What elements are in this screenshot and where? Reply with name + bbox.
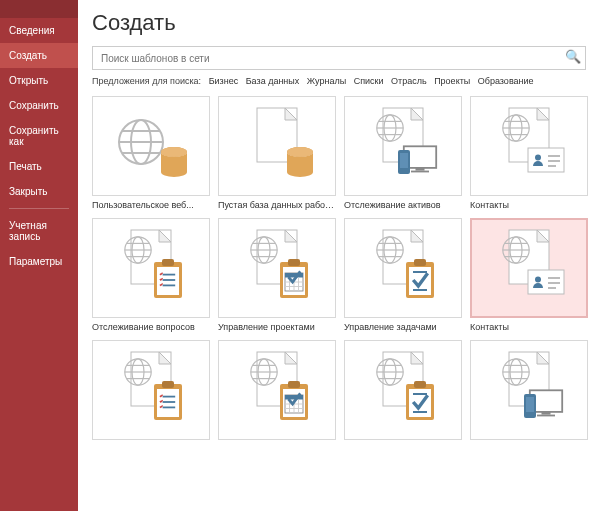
suggestions: Предложения для поиска: Бизнес База данн…	[92, 76, 586, 86]
template-label: Пользовательское веб...	[92, 200, 210, 210]
template-grid: Пользовательское веб...Пустая база данны…	[92, 96, 586, 440]
template-tile[interactable]: Отслеживание вопросов	[92, 218, 210, 332]
main: Создать 🔍 Предложения для поиска: Бизнес…	[78, 0, 600, 511]
suggestion-link[interactable]: Проекты	[434, 76, 470, 86]
template-thumb	[344, 340, 462, 440]
sidebar-item-saveas[interactable]: Сохранить как	[0, 118, 78, 154]
template-thumb	[470, 218, 588, 318]
template-tile[interactable]: Управление проектами	[218, 218, 336, 332]
template-tile[interactable]	[470, 340, 588, 440]
suggestion-link[interactable]: Списки	[354, 76, 384, 86]
suggestions-prefix: Предложения для поиска:	[92, 76, 201, 86]
template-label: Контакты	[470, 200, 588, 210]
suggestion-link[interactable]: Образование	[478, 76, 534, 86]
template-label: Пустая база данных рабочего...	[218, 200, 336, 210]
sidebar-item-print[interactable]: Печать	[0, 154, 78, 179]
template-thumb	[218, 340, 336, 440]
sidebar-item-create[interactable]: Создать	[0, 43, 78, 68]
sidebar-item-account[interactable]: Учетная запись	[0, 213, 78, 249]
suggestion-link[interactable]: Отрасль	[391, 76, 427, 86]
sidebar: Сведения Создать Открыть Сохранить Сохра…	[0, 0, 78, 511]
template-thumb	[218, 218, 336, 318]
sidebar-item-save[interactable]: Сохранить	[0, 93, 78, 118]
template-thumb	[218, 96, 336, 196]
template-tile[interactable]: Управление задачами	[344, 218, 462, 332]
template-thumb	[344, 96, 462, 196]
template-label: Отслеживание вопросов	[92, 322, 210, 332]
template-label: Управление проектами	[218, 322, 336, 332]
template-thumb	[470, 96, 588, 196]
template-tile[interactable]	[92, 340, 210, 440]
page-title: Создать	[92, 10, 586, 36]
template-thumb	[470, 340, 588, 440]
template-label: Отслеживание активов	[344, 200, 462, 210]
template-tile[interactable]: Контакты	[470, 218, 588, 332]
template-tile[interactable]	[344, 340, 462, 440]
template-tile[interactable]: Пустая база данных рабочего...	[218, 96, 336, 210]
search-input[interactable]	[92, 46, 586, 70]
suggestion-link[interactable]: База данных	[246, 76, 300, 86]
back-button[interactable]	[0, 0, 78, 18]
search: 🔍	[92, 46, 586, 70]
template-thumb	[344, 218, 462, 318]
search-icon[interactable]: 🔍	[565, 49, 581, 64]
sidebar-item-open[interactable]: Открыть	[0, 68, 78, 93]
sidebar-item-options[interactable]: Параметры	[0, 249, 78, 274]
template-thumb	[92, 218, 210, 318]
template-tile[interactable]	[218, 340, 336, 440]
template-thumb	[92, 96, 210, 196]
template-label: Контакты	[470, 322, 588, 332]
divider	[9, 208, 69, 209]
suggestion-link[interactable]: Журналы	[307, 76, 346, 86]
sidebar-item-close[interactable]: Закрыть	[0, 179, 78, 204]
template-label: Управление задачами	[344, 322, 462, 332]
suggestion-link[interactable]: Бизнес	[209, 76, 239, 86]
sidebar-item-info[interactable]: Сведения	[0, 18, 78, 43]
template-thumb	[92, 340, 210, 440]
template-tile[interactable]: Пользовательское веб...	[92, 96, 210, 210]
template-tile[interactable]: Отслеживание активов	[344, 96, 462, 210]
template-tile[interactable]: Контакты	[470, 96, 588, 210]
